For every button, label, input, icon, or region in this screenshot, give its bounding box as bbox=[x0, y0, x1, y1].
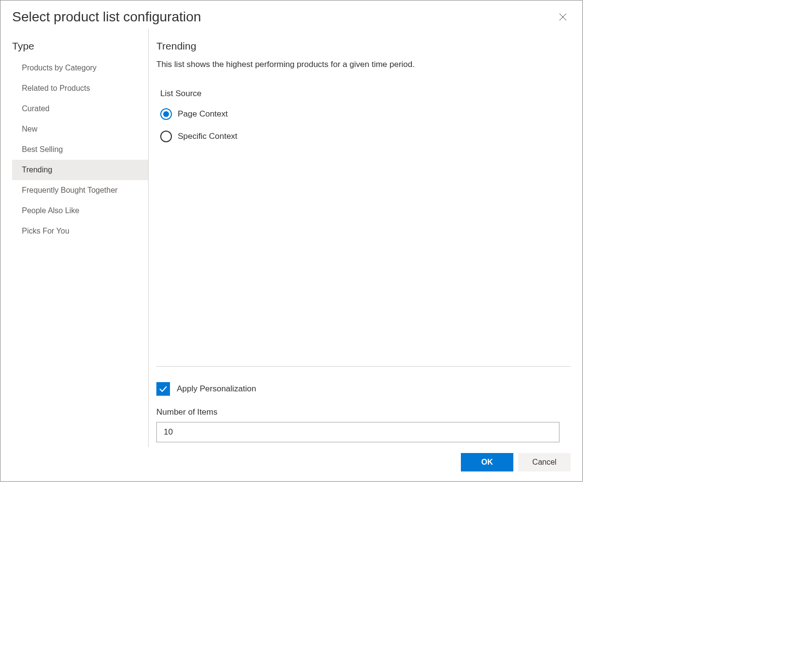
sidebar-item-label: Picks For You bbox=[22, 227, 69, 235]
sidebar-item-label: Frequently Bought Together bbox=[22, 186, 118, 194]
close-button[interactable] bbox=[555, 9, 571, 25]
sidebar-item-label: Related to Products bbox=[22, 84, 90, 92]
sidebar-item-people-also-like[interactable]: People Also Like bbox=[12, 201, 148, 221]
sidebar-item-best-selling[interactable]: Best Selling bbox=[12, 139, 148, 160]
sidebar-heading: Type bbox=[12, 40, 148, 58]
radio-label: Page Context bbox=[178, 109, 228, 119]
sidebar-item-picks-for-you[interactable]: Picks For You bbox=[12, 221, 148, 241]
number-of-items-input[interactable] bbox=[156, 422, 559, 442]
main-description: This list shows the highest performing p… bbox=[156, 60, 571, 69]
sidebar-item-products-by-category[interactable]: Products by Category bbox=[12, 58, 148, 78]
sidebar-item-label: Best Selling bbox=[22, 145, 63, 153]
checkbox-label: Apply Personalization bbox=[177, 384, 256, 394]
sidebar-item-trending[interactable]: Trending bbox=[12, 160, 148, 180]
radio-page-context[interactable]: Page Context bbox=[160, 108, 571, 120]
spacer bbox=[156, 153, 571, 366]
radio-icon bbox=[160, 131, 172, 142]
dialog-footer: OK Cancel bbox=[0, 447, 582, 481]
dialog-body: Type Products by Category Related to Pro… bbox=[0, 29, 582, 447]
radio-label: Specific Context bbox=[178, 132, 237, 141]
main-panel: Trending This list shows the highest per… bbox=[148, 29, 571, 447]
sidebar-item-related-to-products[interactable]: Related to Products bbox=[12, 78, 148, 99]
sidebar-item-label: People Also Like bbox=[22, 206, 79, 215]
sidebar-item-label: New bbox=[22, 125, 37, 133]
sidebar-item-new[interactable]: New bbox=[12, 119, 148, 139]
cancel-button[interactable]: Cancel bbox=[518, 453, 571, 471]
main-heading: Trending bbox=[156, 40, 571, 52]
close-icon bbox=[559, 13, 567, 21]
dialog-title: Select product list configuration bbox=[12, 9, 201, 25]
list-source-radio-group: Page Context Specific Context bbox=[156, 108, 571, 153]
checkbox-icon bbox=[156, 382, 170, 396]
sidebar-item-label: Curated bbox=[22, 104, 50, 113]
dialog-select-product-list-configuration: Select product list configuration Type P… bbox=[0, 0, 583, 482]
sidebar-list: Products by Category Related to Products… bbox=[12, 58, 148, 241]
sidebar-item-label: Products by Category bbox=[22, 64, 97, 72]
radio-specific-context[interactable]: Specific Context bbox=[160, 131, 571, 142]
divider bbox=[156, 366, 571, 367]
checkbox-apply-personalization[interactable]: Apply Personalization bbox=[156, 382, 571, 396]
radio-inner-dot bbox=[163, 111, 169, 117]
sidebar-item-label: Trending bbox=[22, 166, 52, 174]
sidebar-item-curated[interactable]: Curated bbox=[12, 99, 148, 119]
radio-icon bbox=[160, 108, 172, 120]
sidebar-item-frequently-bought-together[interactable]: Frequently Bought Together bbox=[12, 180, 148, 201]
list-source-label: List Source bbox=[156, 89, 571, 99]
dialog-header: Select product list configuration bbox=[0, 0, 582, 29]
ok-button[interactable]: OK bbox=[461, 453, 513, 471]
sidebar-type: Type Products by Category Related to Pro… bbox=[12, 29, 148, 447]
checkmark-icon bbox=[159, 385, 168, 393]
number-of-items-label: Number of Items bbox=[156, 407, 571, 417]
